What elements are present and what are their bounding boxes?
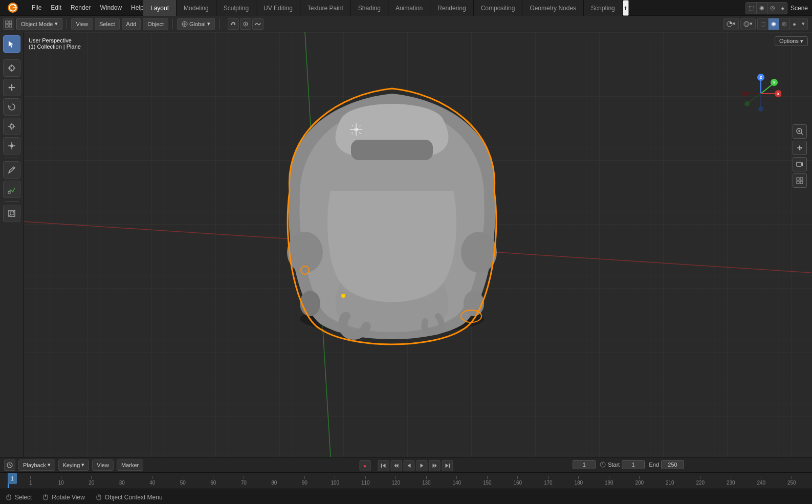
shading-btn-render[interactable]: ●	[790, 18, 799, 30]
zoom-in-btn[interactable]	[793, 124, 807, 139]
viewport-gizmo[interactable]: Z Y X	[740, 73, 781, 114]
move-icon	[7, 83, 16, 92]
tool-add-object[interactable]	[3, 205, 20, 222]
tab-scripting[interactable]: Scripting	[584, 0, 623, 16]
editor-type-btn[interactable]	[3, 18, 14, 30]
camera-view-btn[interactable]	[793, 157, 807, 171]
ruler-mark-230: 230	[716, 476, 747, 486]
ruler-mark-170: 170	[533, 476, 564, 486]
shading-material-btn[interactable]: ◎	[767, 3, 778, 14]
blender-logo[interactable]	[0, 2, 26, 13]
toolbar-right-group: ▾ ▾ ⬚ ◉ ◎ ● ▾	[723, 18, 808, 30]
record-icon: ●	[363, 463, 366, 469]
tool-scale[interactable]	[3, 118, 20, 135]
shading-btn-mat[interactable]: ◎	[779, 18, 790, 30]
tool-cursor[interactable]	[3, 59, 20, 77]
timeline-view-btn[interactable]: View	[92, 459, 114, 471]
ruler-mark-130: 130	[411, 476, 442, 486]
tab-animation[interactable]: Animation	[388, 0, 430, 16]
xray-toggle-btn[interactable]: ▾	[741, 18, 755, 30]
add-menu-btn[interactable]: Add	[122, 18, 141, 30]
orientation-icon	[182, 21, 188, 27]
playback-menu-btn[interactable]: Playback ▾	[18, 459, 55, 471]
timeline-ruler[interactable]: 1 11020304050607080901001101201301401501…	[0, 473, 812, 488]
crosshair-icon	[7, 63, 16, 73]
header-shading-icons: ▾	[723, 18, 739, 30]
step-back-icon	[393, 463, 399, 468]
shading-dropdown[interactable]: ▾	[799, 18, 807, 30]
svg-point-69	[758, 106, 763, 112]
menu-edit[interactable]: Edit	[47, 2, 65, 13]
menu-window[interactable]: Window	[96, 2, 126, 13]
ruler-mark-100: 100	[320, 476, 350, 486]
tab-modeling[interactable]: Modeling	[177, 0, 216, 16]
jump-start-btn[interactable]	[378, 460, 389, 471]
tool-transform[interactable]	[3, 137, 20, 155]
tool-move[interactable]	[3, 79, 20, 96]
end-frame-input[interactable]	[661, 460, 684, 469]
jump-end-btn[interactable]	[442, 460, 453, 471]
tool-select[interactable]	[3, 35, 20, 53]
shading-btn-solid[interactable]: ◉	[769, 18, 779, 30]
mode-selector[interactable]: Object Mode ▾	[16, 18, 62, 30]
svg-rect-7	[9, 25, 12, 27]
pan-btn[interactable]	[793, 141, 807, 155]
tool-measure[interactable]	[3, 181, 20, 198]
tab-texture-paint[interactable]: Texture Paint	[300, 0, 351, 16]
play-forward-icon	[419, 463, 424, 468]
svg-rect-80	[800, 178, 803, 180]
tool-sep-3	[5, 201, 19, 202]
hdr-overlay-btn[interactable]: ▾	[724, 18, 738, 30]
tool-annotate[interactable]	[3, 161, 20, 179]
marker-btn[interactable]: Marker	[117, 459, 143, 471]
overlay-caret: ▾	[733, 20, 736, 27]
ruler-mark-160: 160	[502, 476, 533, 486]
snap-toggle-btn[interactable]	[228, 18, 239, 30]
object-menu-btn[interactable]: Object	[143, 18, 168, 30]
tab-rendering[interactable]: Rendering	[430, 0, 473, 16]
tab-uv-editing[interactable]: UV Editing	[256, 0, 300, 16]
shading-btn-wire[interactable]: ⬚	[758, 18, 769, 30]
current-frame-input[interactable]	[573, 460, 596, 469]
play-forward-btn[interactable]	[416, 460, 427, 471]
shading-solid-btn[interactable]: ◉	[757, 3, 767, 14]
select-menu-btn[interactable]: Select	[95, 18, 120, 30]
menu-render[interactable]: Render	[67, 2, 95, 13]
ruler-mark-50: 50	[168, 476, 199, 486]
view-menu-btn[interactable]: View	[71, 18, 93, 30]
svg-text:Z: Z	[760, 75, 762, 80]
tab-layout[interactable]: Layout	[143, 0, 177, 16]
options-button[interactable]: Options ▾	[775, 36, 808, 46]
step-forward-btn[interactable]	[429, 460, 440, 471]
tab-shading[interactable]: Shading	[351, 0, 388, 16]
keying-menu-btn[interactable]: Keying ▾	[58, 459, 90, 471]
start-frame-input[interactable]	[622, 460, 645, 469]
step-back-btn[interactable]	[390, 460, 402, 471]
tool-sep-1	[5, 56, 19, 56]
shading-rendered-btn[interactable]: ●	[778, 3, 787, 14]
tab-geometry-nodes[interactable]: Geometry Nodes	[522, 0, 584, 16]
tab-sculpting[interactable]: Sculpting	[216, 0, 256, 16]
record-btn[interactable]: ●	[359, 460, 370, 471]
grid-view-btn[interactable]	[793, 173, 807, 188]
play-back-btn[interactable]	[403, 460, 414, 471]
tab-compositing[interactable]: Compositing	[474, 0, 523, 16]
clock-icon	[7, 462, 13, 468]
proportional-edit-btn[interactable]	[240, 18, 251, 30]
tool-rotate[interactable]	[3, 98, 20, 116]
add-workspace-button[interactable]: +	[623, 0, 629, 16]
step-forward-icon	[432, 463, 437, 468]
menu-file[interactable]: File	[28, 2, 46, 13]
select-status-label: Select	[15, 494, 32, 501]
shading-wireframe-btn[interactable]: ⬚	[746, 3, 757, 14]
frame-info: Start End	[573, 460, 684, 469]
transform-orientation-btn[interactable]: Global ▾	[177, 18, 215, 30]
end-frame-group: End	[649, 460, 684, 469]
svg-rect-82	[800, 181, 803, 184]
viewport-3d[interactable]: User Perspective (1) Collection | Plane …	[24, 32, 812, 457]
timeline-editor-icon[interactable]	[4, 459, 15, 471]
svg-rect-78	[797, 162, 801, 166]
ruler-mark-140: 140	[442, 476, 472, 486]
magnet-icon	[230, 21, 236, 27]
proportional-falloff-btn[interactable]	[252, 18, 264, 30]
